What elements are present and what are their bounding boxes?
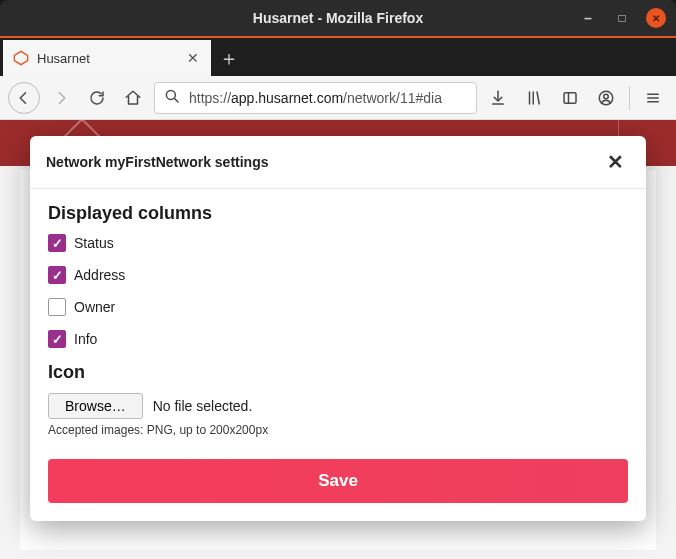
url-host: app.husarnet.com [231,90,343,106]
column-option-status[interactable]: Status [48,234,628,252]
checkbox-info[interactable] [48,330,66,348]
toolbar-divider [629,86,630,110]
save-button[interactable]: Save [48,459,628,503]
browse-button[interactable]: Browse… [48,393,143,419]
modal-title: Network myFirstNetwork settings [46,154,269,170]
url-bar[interactable]: https://app.husarnet.com/network/11#dia [154,82,477,114]
browser-tab-active[interactable]: Husarnet ✕ [3,40,211,76]
page-content: Network myFirstNetwork settings ✕ Displa… [0,120,676,559]
file-hint-text: Accepted images: PNG, up to 200x200px [48,423,628,437]
library-button[interactable] [519,83,549,113]
window-title: Husarnet - Mozilla Firefox [0,10,676,26]
nav-forward-button[interactable] [46,83,76,113]
nav-home-button[interactable] [118,83,148,113]
checkbox-address[interactable] [48,266,66,284]
tab-close-button[interactable]: ✕ [183,48,203,68]
file-selection-status: No file selected. [153,398,253,414]
browser-toolbar: https://app.husarnet.com/network/11#dia [0,76,676,120]
search-icon [163,87,181,108]
checkbox-label: Address [74,267,125,283]
tab-strip: Husarnet ✕ ＋ [0,36,676,76]
displayed-columns-heading: Displayed columns [48,203,628,224]
svg-line-1 [174,98,178,102]
window-titlebar: Husarnet - Mozilla Firefox [0,0,676,36]
svg-line-6 [537,92,539,104]
account-button[interactable] [591,83,621,113]
checkbox-label: Info [74,331,97,347]
nav-back-button[interactable] [8,82,40,114]
url-path: /network/11#dia [343,90,442,106]
new-tab-button[interactable]: ＋ [211,40,247,76]
column-option-info[interactable]: Info [48,330,628,348]
checkbox-label: Owner [74,299,115,315]
settings-modal: Network myFirstNetwork settings ✕ Displa… [30,136,646,521]
svg-rect-7 [564,92,576,103]
window-maximize-button[interactable] [612,8,632,28]
svg-point-10 [604,94,609,99]
checkbox-owner[interactable] [48,298,66,316]
modal-close-button[interactable]: ✕ [601,148,630,176]
tab-label: Husarnet [37,51,183,66]
column-option-owner[interactable]: Owner [48,298,628,316]
url-text: https://app.husarnet.com/network/11#dia [189,90,468,106]
url-scheme: https:// [189,90,231,106]
window-close-button[interactable] [646,8,666,28]
column-option-address[interactable]: Address [48,266,628,284]
icon-heading: Icon [48,362,628,383]
nav-reload-button[interactable] [82,83,112,113]
window-minimize-button[interactable] [578,8,598,28]
sidebar-button[interactable] [555,83,585,113]
downloads-button[interactable] [483,83,513,113]
hamburger-menu-button[interactable] [638,83,668,113]
tab-favicon-icon [13,50,29,66]
checkbox-status[interactable] [48,234,66,252]
checkbox-label: Status [74,235,114,251]
